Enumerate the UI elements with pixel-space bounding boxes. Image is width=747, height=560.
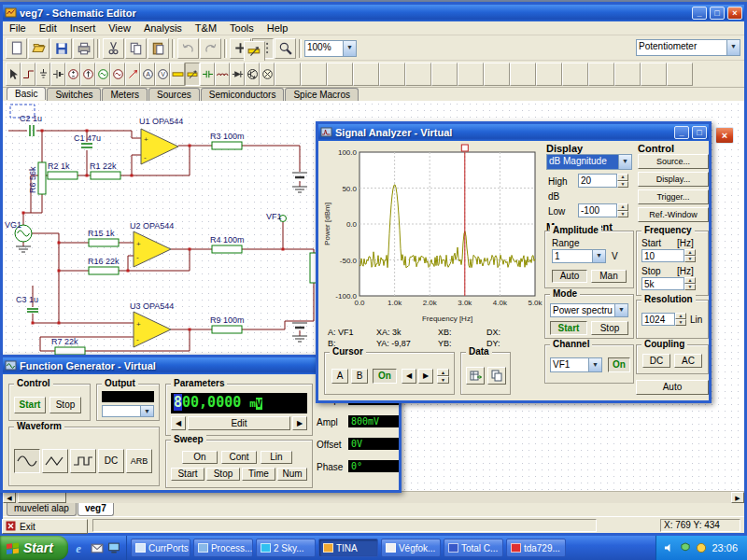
- menu-tm[interactable]: T&M: [189, 21, 223, 35]
- task-button-vgfok[interactable]: Végfok...: [381, 539, 441, 557]
- sa-stop-button[interactable]: Stop: [591, 321, 628, 335]
- sa-control-trigger[interactable]: Trigger...: [638, 189, 709, 204]
- cut-button[interactable]: [103, 38, 124, 59]
- sa-mode-select[interactable]: Power spectru▼: [550, 303, 628, 317]
- sa-range-select[interactable]: 1▼: [552, 249, 606, 263]
- sa-cursor-a-button[interactable]: A: [331, 369, 348, 384]
- spin-down-icon[interactable]: ▼: [675, 319, 686, 326]
- copy-button[interactable]: [125, 38, 147, 59]
- chevron-down-icon[interactable]: ▼: [618, 154, 632, 170]
- scrollbar-thumb[interactable]: [18, 492, 66, 503]
- task-button-currports[interactable]: CurrPorts: [131, 539, 190, 557]
- component-label[interactable]: R7 22k: [51, 337, 78, 346]
- fg-sweep-time[interactable]: Time: [242, 468, 275, 481]
- sa-control-refwindow[interactable]: Ref.-Window: [638, 207, 709, 222]
- component-label[interactable]: C1 47u: [74, 133, 101, 143]
- component-label[interactable]: R2 1k: [48, 161, 70, 171]
- fg-sweep-on[interactable]: On: [182, 451, 218, 464]
- sa-data-export-button[interactable]: [466, 367, 485, 385]
- tab-sources[interactable]: Sources: [148, 88, 200, 101]
- component-battery-button[interactable]: [50, 63, 65, 86]
- sa-channel-on-button[interactable]: On: [608, 357, 630, 372]
- sa-cursor-b-button[interactable]: B: [351, 369, 368, 384]
- menu-help[interactable]: Help: [261, 21, 295, 35]
- component-current-source-button[interactable]: [80, 63, 95, 86]
- component-label[interactable]: R1 22k: [90, 161, 117, 171]
- component-potentiometer-button[interactable]: [185, 63, 200, 86]
- new-file-button[interactable]: [6, 38, 27, 59]
- menu-edit[interactable]: Edit: [33, 21, 63, 35]
- component-label[interactable]: C2 1u: [20, 114, 42, 123]
- spin-up-icon[interactable]: ▲: [675, 313, 686, 319]
- component-voltage-source-button[interactable]: [65, 63, 80, 86]
- fg-waveform-arb-button[interactable]: ARB: [126, 449, 152, 473]
- chevron-down-icon[interactable]: ▼: [140, 405, 154, 417]
- tab-switches[interactable]: Switches: [47, 88, 101, 101]
- sa-high-spinner[interactable]: 20▲▼: [578, 174, 628, 188]
- fg-waveform-triangle-button[interactable]: [42, 449, 68, 473]
- spectrum-plot[interactable]: Power [dBm] Frequency [Hz] 100.050.00.0-…: [322, 143, 543, 326]
- redo-button[interactable]: [200, 38, 221, 59]
- component-label[interactable]: U2 OPA544: [130, 221, 174, 231]
- component-label[interactable]: R16 22k: [88, 257, 120, 266]
- chevron-down-icon[interactable]: ▼: [343, 40, 357, 57]
- component-label[interactable]: C3 1u: [16, 295, 38, 304]
- chevron-down-icon[interactable]: ▼: [726, 39, 740, 56]
- fg-start-button[interactable]: Start: [14, 397, 46, 413]
- sa-range-man-button[interactable]: Man: [591, 270, 627, 283]
- spin-up-icon[interactable]: ▲: [684, 277, 696, 284]
- sa-resolution-spinner[interactable]: 1024▲▼: [641, 313, 686, 326]
- component-mode-button[interactable]: [244, 41, 265, 62]
- spin-up-icon[interactable]: ▲: [617, 174, 628, 181]
- sheet-tab-veg7[interactable]: veg7: [78, 503, 114, 516]
- fg-waveform-sine-button[interactable]: [14, 449, 40, 473]
- tray-app-icon[interactable]: [696, 542, 707, 553]
- fg-output-select[interactable]: ▼: [102, 405, 154, 417]
- component-label[interactable]: U1 OPA544: [139, 117, 183, 126]
- background-window-close-button[interactable]: ×: [715, 127, 734, 144]
- chevron-down-icon[interactable]: ▼: [588, 357, 602, 372]
- tab-semiconductors[interactable]: Semiconductors: [201, 88, 285, 101]
- task-button-2sky[interactable]: 2 Sky...: [256, 539, 316, 557]
- sa-low-spinner[interactable]: -100▲▼: [578, 203, 628, 217]
- spin-down-icon[interactable]: ▼: [684, 284, 696, 290]
- quicklaunch-mail-icon[interactable]: [91, 541, 104, 554]
- sa-data-copy-button[interactable]: [487, 367, 506, 385]
- menu-tools[interactable]: Tools: [223, 21, 261, 35]
- print-button[interactable]: [73, 38, 94, 59]
- fg-waveform-dc-button[interactable]: DC: [98, 449, 124, 473]
- fg-sweep-start[interactable]: Start: [171, 468, 204, 481]
- exit-mini-window[interactable]: Exit: [2, 519, 88, 534]
- quicklaunch-desktop-icon[interactable]: [107, 541, 120, 554]
- chevron-down-icon[interactable]: ▼: [614, 303, 628, 317]
- sa-start-button[interactable]: Start: [550, 321, 587, 335]
- menu-analysis[interactable]: Analysis: [137, 21, 189, 35]
- maximize-button[interactable]: □: [710, 7, 725, 20]
- sa-auto-button[interactable]: Auto: [636, 380, 709, 395]
- sa-freq-stop-spinner[interactable]: 5k▲▼: [641, 277, 696, 290]
- component-wire-button[interactable]: [21, 63, 35, 86]
- sa-cursor-right-icon[interactable]: ▶: [418, 369, 433, 384]
- component-label[interactable]: R6 56k: [28, 166, 37, 193]
- sa-control-display[interactable]: Display...: [638, 172, 709, 187]
- menu-insert[interactable]: Insert: [63, 21, 103, 35]
- open-file-button[interactable]: [28, 38, 49, 59]
- fg-digit-right-icon[interactable]: ▶: [292, 416, 307, 430]
- spin-up-icon[interactable]: ▲: [617, 203, 628, 211]
- cursor-handle[interactable]: [461, 145, 468, 151]
- main-titlebar[interactable]: veg7 - Schematic Editor _ □ ×: [3, 5, 744, 21]
- task-button-tina[interactable]: TINA: [318, 539, 378, 557]
- fg-sweep-num[interactable]: Num: [277, 468, 307, 481]
- component-search-combo[interactable]: Potentiometer▼: [636, 39, 740, 56]
- sheet-tab-muveleti-alap[interactable]: muveleti alap: [7, 503, 77, 516]
- component-label[interactable]: R3 100m: [210, 132, 245, 141]
- tray-volume-icon[interactable]: [664, 542, 675, 553]
- sa-control-source[interactable]: Source...: [638, 154, 709, 169]
- chevron-down-icon[interactable]: ▼: [592, 249, 606, 263]
- menu-file[interactable]: File: [3, 21, 33, 35]
- sa-maximize-button[interactable]: □: [692, 126, 707, 139]
- start-button[interactable]: Start: [0, 536, 68, 560]
- tab-basic[interactable]: Basic: [7, 87, 46, 100]
- fg-edit-button[interactable]: Edit: [188, 416, 290, 430]
- scroll-left-icon[interactable]: ◀: [3, 492, 16, 503]
